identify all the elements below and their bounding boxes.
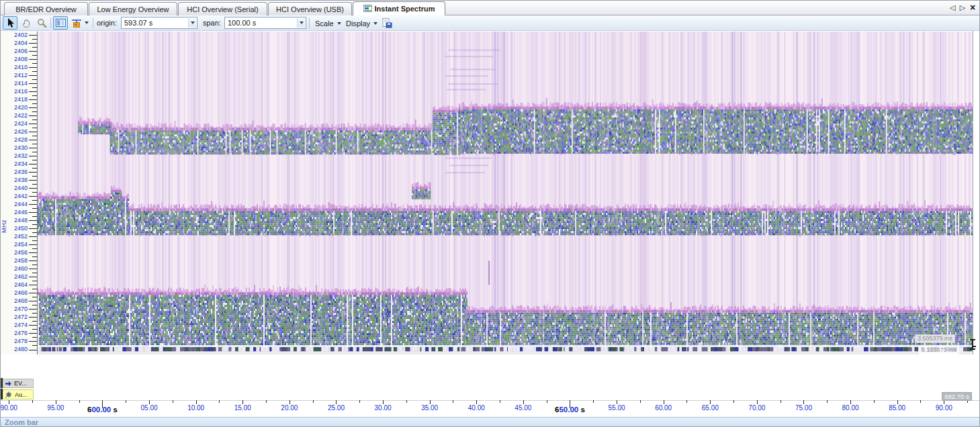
time-minor-tick	[126, 400, 126, 403]
time-axis[interactable]: 90.0095.00600.00 s05.0010.0015.0020.0025…	[1, 400, 980, 417]
tab-close-button[interactable]: ×	[968, 2, 977, 13]
freq-tick-label: 2442	[3, 193, 28, 199]
freq-tick-label: 2410	[3, 64, 28, 70]
freq-major-tick	[29, 35, 37, 36]
freq-tick-label: 2444	[3, 201, 28, 207]
combo-dropdown-button[interactable]	[188, 18, 196, 28]
dropdown-arrow-icon	[191, 21, 195, 24]
audio-warning-icon	[5, 391, 13, 398]
panes-icon	[56, 18, 66, 28]
select-cursor-button[interactable]	[3, 16, 17, 30]
display-menu-label: Display	[346, 19, 370, 28]
freq-major-tick	[29, 156, 37, 156]
freq-minor-tick	[32, 313, 37, 314]
tab-hci-overview-usb[interactable]: HCI Overview (USB)	[268, 2, 352, 15]
combo-dropdown-button[interactable]	[297, 18, 305, 28]
tab-scroll-left-button[interactable]: ◁	[948, 2, 957, 13]
freq-minor-tick	[32, 321, 37, 322]
tab-instant-spectrum[interactable]: Instant Spectrum	[353, 1, 445, 15]
split-view-button[interactable]	[53, 16, 68, 30]
freq-tick-label: 2476	[3, 330, 28, 336]
time-tick-label: 60.00	[652, 404, 676, 412]
freq-tick-label: 2464	[3, 282, 28, 288]
freq-minor-tick	[32, 47, 37, 48]
tab-br-edr-overview[interactable]: BR/EDR Overview	[4, 2, 88, 15]
freq-major-tick	[29, 115, 37, 116]
spectrum-tab-icon	[363, 5, 372, 13]
freq-major-tick	[29, 252, 37, 253]
freq-minor-tick	[32, 345, 37, 346]
toolbar-separator	[309, 17, 310, 28]
freq-major-tick	[29, 277, 37, 277]
freq-major-tick	[29, 260, 37, 261]
freq-tick-label: 2474	[3, 322, 28, 328]
time-minor-tick	[593, 400, 594, 403]
freq-minor-tick	[32, 71, 37, 72]
save-image-button[interactable]	[380, 16, 394, 30]
freq-tick-label: 2416	[3, 89, 28, 95]
delta-time-readout-lower: 3.123375 ms	[919, 346, 959, 354]
toolbar-separator	[50, 17, 51, 28]
freq-minor-tick	[32, 232, 37, 233]
time-tick-label: 35.00	[418, 404, 442, 412]
freq-major-tick	[29, 180, 37, 181]
freq-major-tick	[29, 325, 37, 326]
scale-menu-button[interactable]: Scale	[312, 17, 344, 30]
track-row-audio[interactable]: Au...	[3, 389, 34, 399]
span-combobox[interactable]: 100.00 s	[224, 17, 306, 29]
time-tick-label: 85.00	[885, 404, 909, 412]
time-minor-tick	[874, 400, 875, 403]
origin-combobox[interactable]: 593.07 s	[121, 17, 197, 29]
time-minor-tick	[359, 400, 360, 403]
freq-tick-label: 2468	[3, 298, 28, 304]
freq-major-tick	[29, 333, 37, 334]
freq-minor-tick	[32, 136, 37, 136]
time-tick-label: 70.00	[745, 404, 769, 412]
display-menu-button[interactable]: Display	[343, 17, 380, 30]
freq-major-tick	[29, 301, 37, 301]
freq-minor-tick	[32, 240, 37, 241]
freq-tick-label: 2450	[3, 226, 28, 232]
track-label: EV...	[14, 380, 27, 387]
freq-minor-tick	[32, 184, 37, 185]
freq-major-tick	[29, 51, 37, 52]
span-value: 100.00 s	[228, 19, 256, 27]
marker-tool-button[interactable]	[69, 16, 84, 30]
freq-minor-tick	[32, 111, 37, 112]
marker-tool-dropdown[interactable]	[83, 16, 91, 30]
time-tick-label: 40.00	[464, 404, 488, 412]
freq-major-tick	[29, 99, 37, 100]
freq-minor-tick	[32, 224, 37, 225]
spectrogram-canvas[interactable]	[38, 32, 973, 354]
freq-tick-label: 2458	[3, 258, 28, 264]
tab-low-energy-overview[interactable]: Low Energy Overview	[89, 2, 177, 15]
freq-minor-tick	[32, 176, 37, 177]
time-tick-label: 25.00	[324, 404, 348, 412]
freq-tick-label: 2428	[3, 137, 28, 143]
time-tick-label: 75.00	[791, 404, 815, 412]
freq-major-tick	[29, 148, 37, 148]
freq-tick-label: 2480	[3, 346, 28, 352]
freq-minor-tick	[32, 281, 37, 281]
time-minor-tick	[406, 400, 407, 403]
tab-hci-overview-serial[interactable]: HCI Overview (Serial)	[178, 2, 267, 15]
freq-minor-tick	[32, 79, 37, 80]
freq-tick-label: 2404	[3, 40, 28, 46]
track-row-ev[interactable]: EV...	[3, 379, 34, 388]
zoom-tool-button[interactable]	[34, 16, 49, 30]
time-minor-tick	[640, 400, 641, 403]
freq-major-tick	[29, 220, 37, 221]
time-minor-tick	[920, 400, 921, 403]
freq-major-tick	[29, 188, 37, 189]
time-tick-label: 90.00	[1, 404, 21, 412]
pan-hand-button[interactable]	[19, 16, 34, 30]
freq-tick-label: 2432	[3, 153, 28, 159]
freq-tick-label: 2420	[3, 105, 28, 111]
toolbar-separator	[93, 17, 93, 28]
tab-scroll-right-button[interactable]: ▷	[958, 2, 967, 13]
freq-tick-label: 2402	[3, 32, 28, 38]
status-bar-text: Zoom bar	[5, 418, 38, 426]
time-minor-tick	[313, 400, 314, 403]
freq-minor-tick	[32, 103, 37, 104]
freq-major-tick	[29, 317, 37, 318]
